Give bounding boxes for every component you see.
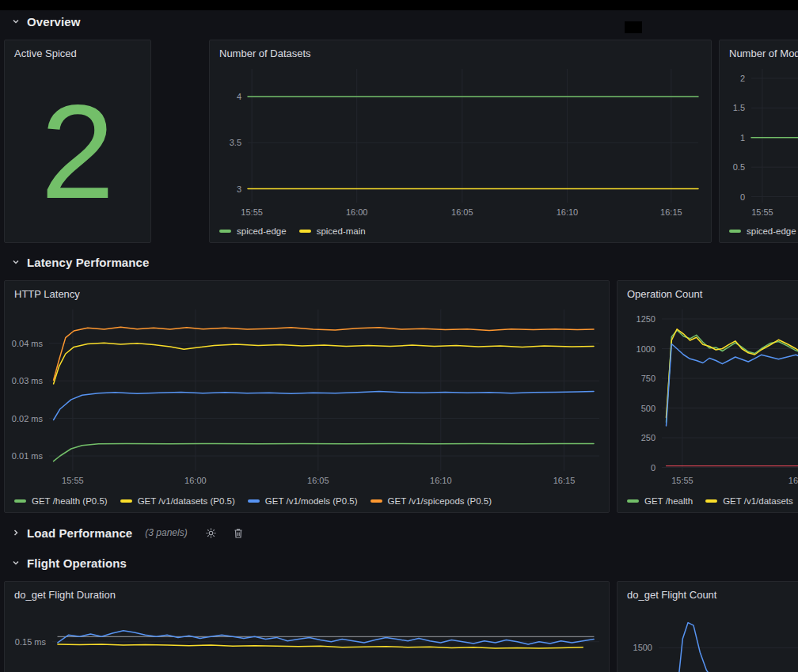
panels-count-note: (3 panels) xyxy=(145,527,187,538)
legend-item[interactable]: spiced-edge xyxy=(729,226,796,236)
series-line xyxy=(54,391,594,420)
gear-icon[interactable] xyxy=(205,527,217,539)
chart-svg: 1500 xyxy=(618,602,798,672)
legend-label: spiced-main xyxy=(317,226,366,236)
axis-tick-label: 0 xyxy=(651,463,656,473)
trash-icon[interactable] xyxy=(233,527,244,539)
axis-tick-label: 1250 xyxy=(636,314,656,324)
axis-tick-label: 3 xyxy=(237,184,241,194)
legend-swatch xyxy=(299,230,311,233)
legend-label: GET /v1/models (P0.5) xyxy=(265,496,358,506)
axis-tick-label: 0 xyxy=(740,192,745,202)
legend-label: GET /v1/datasets (P0.5) xyxy=(138,496,235,506)
legend-swatch xyxy=(705,499,717,503)
panel-title[interactable]: Active Spiced xyxy=(5,40,150,61)
series-line xyxy=(54,443,594,461)
legend-item[interactable]: GET /v1/datasets xyxy=(705,496,793,506)
section-header-overview[interactable]: Overview xyxy=(6,12,81,31)
axis-tick-label: 15:55 xyxy=(671,476,694,485)
black-rectangle-artifact xyxy=(625,21,642,33)
legend-item[interactable]: GET /v1/spicepods (P0.5) xyxy=(370,496,492,506)
axis-tick-label: 0.15 ms xyxy=(15,637,47,647)
legend-swatch xyxy=(14,499,26,503)
panel-title[interactable]: HTTP Latency xyxy=(5,281,609,302)
legend-swatch xyxy=(627,499,639,503)
legend-item[interactable]: GET /v1/datasets (P0.5) xyxy=(120,496,235,506)
panel-title[interactable]: Number of Datasets xyxy=(210,40,711,61)
http-latency-chart[interactable]: 0.04 ms0.03 ms0.02 ms0.01 ms15:5516:0016… xyxy=(5,302,609,490)
legend-item[interactable]: spiced-main xyxy=(299,226,366,236)
series-line xyxy=(54,343,594,384)
flight-duration-chart[interactable]: 0.15 ms xyxy=(5,602,609,672)
axis-tick-label: 16:00 xyxy=(788,476,798,485)
series-line xyxy=(58,644,583,648)
legend-item[interactable]: GET /health (P0.5) xyxy=(14,496,108,506)
legend: GET /health (P0.5)GET /v1/datasets (P0.5… xyxy=(5,490,609,512)
section-header-latency-performance[interactable]: Latency Performance xyxy=(6,252,149,271)
legend-item[interactable]: spiced-edge xyxy=(219,226,287,236)
legend-label: GET /health xyxy=(644,496,693,506)
axis-tick-label: 0.5 xyxy=(733,162,745,172)
chevron-down-icon xyxy=(11,558,21,568)
datasets-chart[interactable]: 43.5315:5516:0016:0516:1016:15 xyxy=(210,61,711,220)
axis-tick-label: 0.03 ms xyxy=(12,376,44,385)
chevron-right-icon xyxy=(11,528,21,537)
panel-number-of-models: Number of Models 21.510.5015:55 spiced-e… xyxy=(719,40,798,243)
axis-tick-label: 3.5 xyxy=(230,138,241,147)
legend-label: spiced-edge xyxy=(747,226,796,236)
axis-tick-label: 0.02 ms xyxy=(12,414,44,423)
section-title-load-performance: Load Performance xyxy=(27,526,132,540)
axis-tick-label: 1 xyxy=(740,133,745,142)
section-header-flight-operations[interactable]: Flight Operations xyxy=(6,553,127,572)
legend-label: spiced-edge xyxy=(237,226,287,236)
panel-do-get-flight-count: do_get Flight Count 1500 xyxy=(617,581,798,672)
series-line xyxy=(54,327,594,380)
axis-tick-label: 750 xyxy=(641,374,656,383)
panel-do-get-flight-duration: do_get Flight Duration 0.15 ms xyxy=(4,581,610,672)
axis-tick-label: 0.04 ms xyxy=(12,339,44,348)
panel-title[interactable]: do_get Flight Count xyxy=(618,582,798,602)
axis-tick-label: 16:10 xyxy=(430,476,452,485)
panel-title[interactable]: Number of Models xyxy=(720,40,798,61)
axis-tick-label: 2 xyxy=(740,74,745,83)
axis-tick-label: 250 xyxy=(641,433,656,442)
axis-tick-label: 16:00 xyxy=(184,476,207,485)
axis-tick-label: 1.5 xyxy=(733,103,745,112)
models-chart[interactable]: 21.510.5015:55 xyxy=(720,61,798,220)
section-title-flight-operations: Flight Operations xyxy=(27,556,127,570)
section-title-overview: Overview xyxy=(27,15,81,28)
axis-tick-label: 15:55 xyxy=(241,207,263,217)
panel-title[interactable]: Operation Count xyxy=(618,281,798,302)
panel-http-latency: HTTP Latency 0.04 ms0.03 ms0.02 ms0.01 m… xyxy=(4,280,610,513)
section-title-latency-performance: Latency Performance xyxy=(27,256,149,269)
series-line xyxy=(663,623,798,672)
chart-svg: 12501000750500250015:5516:00 xyxy=(618,302,798,490)
axis-tick-label: 4 xyxy=(237,92,241,101)
flight-count-chart[interactable]: 1500 xyxy=(618,602,798,672)
chart-svg: 0.04 ms0.03 ms0.02 ms0.01 ms15:5516:0016… xyxy=(5,302,609,490)
axis-tick-label: 16:00 xyxy=(346,207,368,217)
stat-value: 2 xyxy=(40,85,114,218)
axis-tick-label: 1500 xyxy=(633,643,652,652)
legend-swatch xyxy=(729,230,741,233)
legend-label: GET /health (P0.5) xyxy=(32,496,108,506)
series-line xyxy=(58,631,594,644)
operation-count-chart[interactable]: 12501000750500250015:5516:00 xyxy=(618,302,798,490)
chart-svg: 21.510.5015:55 xyxy=(720,61,798,220)
legend-item[interactable]: GET /v1/models (P0.5) xyxy=(248,496,358,506)
axis-tick-label: 15:55 xyxy=(62,476,84,485)
legend-swatch xyxy=(370,499,382,503)
chevron-down-icon xyxy=(11,257,21,267)
panel-title[interactable]: do_get Flight Duration xyxy=(5,582,609,602)
axis-tick-label: 500 xyxy=(641,404,656,413)
axis-tick-label: 16:15 xyxy=(553,476,576,485)
legend-item[interactable]: GET /health xyxy=(627,496,693,506)
series-line xyxy=(667,330,798,422)
axis-tick-label: 0.01 ms xyxy=(12,451,44,461)
chart-svg: 43.5315:5516:0016:0516:1016:15 xyxy=(210,61,711,220)
axis-tick-label: 15:55 xyxy=(751,207,773,217)
section-header-load-performance[interactable]: Load Performance (3 panels) xyxy=(6,523,244,542)
panel-number-of-datasets: Number of Datasets 43.5315:5516:0016:051… xyxy=(209,40,712,243)
stat-value-container: 2 xyxy=(5,61,150,242)
panel-operation-count: Operation Count 12501000750500250015:551… xyxy=(617,280,798,513)
